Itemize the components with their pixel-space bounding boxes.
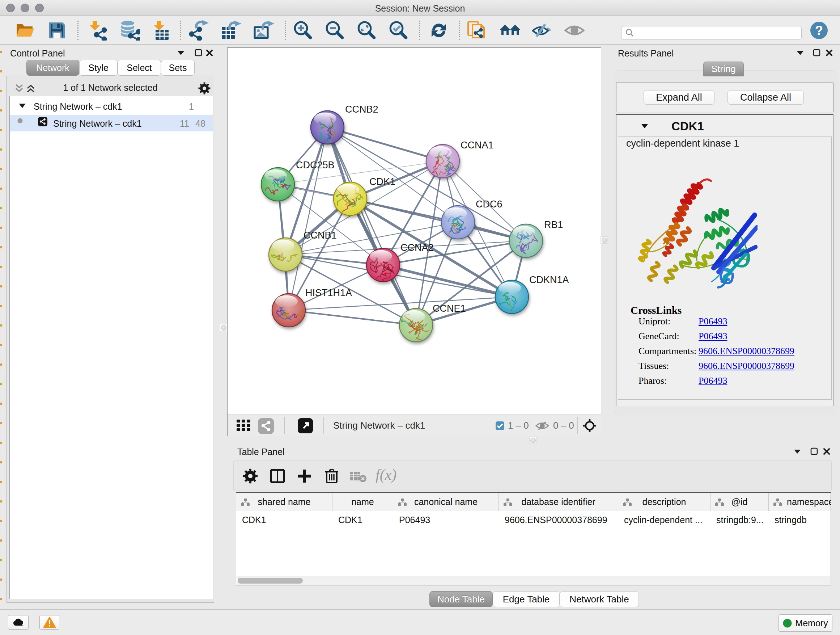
zoom-selected-button[interactable] — [387, 16, 409, 44]
selected-checkbox-icon[interactable] — [496, 421, 504, 430]
help-button[interactable]: ? — [809, 16, 829, 44]
control-panel-close-icon[interactable] — [205, 49, 213, 57]
refresh-button[interactable] — [428, 16, 450, 44]
network-row-selected[interactable]: String Network – cdk1 11 48 — [10, 115, 213, 131]
search-box[interactable] — [621, 26, 802, 40]
table-cell[interactable]: cyclin-dependent ... — [624, 515, 710, 525]
table-cell[interactable]: 9606.ENSP00000378699 — [505, 515, 617, 525]
warning-status-button[interactable] — [39, 615, 59, 630]
eye-icon — [564, 22, 585, 38]
control-panel-menu-icon[interactable] — [177, 50, 185, 55]
table-horizontal-scrollbar[interactable] — [237, 576, 830, 585]
control-tab-sets[interactable]: Sets — [161, 60, 195, 76]
import-database-button[interactable] — [118, 16, 141, 44]
table-settings-gear-icon[interactable] — [242, 468, 258, 484]
table-panel-float-icon[interactable] — [810, 448, 818, 455]
network-node-count: 11 — [180, 119, 189, 129]
fit-content-crosshair-icon[interactable] — [583, 418, 597, 433]
copy-share-button[interactable] — [466, 16, 488, 44]
column-header-database-identifier[interactable]: database identifier — [499, 493, 618, 511]
control-panel-network-tab-content: 1 of 1 Network selected String Network –… — [6, 76, 214, 603]
column-header--id[interactable]: @id — [711, 493, 769, 511]
results-panel-float-icon[interactable] — [813, 49, 821, 57]
export-table-button[interactable] — [220, 16, 242, 44]
table-panel-menu-icon[interactable] — [793, 449, 801, 454]
table-tab-node-table[interactable]: Node Table — [429, 591, 493, 607]
memory-button[interactable]: Memory — [778, 614, 832, 632]
table-cell[interactable]: P06493 — [399, 515, 498, 525]
column-header-label: @id — [711, 497, 768, 507]
table-cell[interactable]: stringdb — [775, 515, 831, 525]
hide-selected-button[interactable] — [531, 16, 553, 44]
add-column-icon[interactable] — [296, 468, 312, 484]
zoom-fit-button[interactable] — [355, 16, 377, 44]
control-tab-select[interactable]: Select — [118, 60, 161, 76]
svg-text:HIST1H1A: HIST1H1A — [305, 287, 352, 298]
svg-text:CCNA2: CCNA2 — [401, 242, 434, 253]
import-table-icon — [149, 20, 169, 41]
string-home-button[interactable] — [499, 16, 521, 44]
collapse-all-button[interactable]: Collapse All — [728, 90, 804, 105]
column-header-namespace[interactable]: namespace — [769, 493, 831, 511]
open-session-button[interactable] — [14, 16, 36, 44]
import-network-button[interactable] — [87, 16, 109, 44]
table-tab-edge-table[interactable]: Edge Table — [493, 591, 560, 607]
table-tab-network-table[interactable]: Network Table — [560, 591, 639, 607]
crosslink-label: Pharos: — [638, 375, 667, 386]
toolbar-separator — [180, 21, 181, 40]
network-view[interactable]: CCNB2CCNA1CDC25BCDK1CDC6RB1CCNB1CCNA2CDK… — [227, 48, 601, 436]
main-toolbar: ? — [0, 16, 840, 44]
results-panel-close-icon[interactable] — [825, 49, 833, 57]
cloud-status-button[interactable] — [8, 615, 28, 630]
table-panel-close-icon[interactable] — [823, 448, 831, 455]
import-network-icon — [88, 20, 108, 41]
table-cell[interactable]: CDK1 — [242, 515, 332, 525]
control-panel-float-icon[interactable] — [195, 49, 202, 57]
bottom-splitter-knob[interactable] — [529, 437, 537, 444]
zoom-out-button[interactable] — [324, 16, 345, 44]
crosslink-link[interactable]: P06493 — [699, 375, 727, 386]
import-table-button[interactable] — [148, 16, 170, 44]
entry-expander-icon[interactable] — [641, 123, 649, 129]
search-icon — [625, 28, 635, 38]
svg-text:?: ? — [815, 23, 823, 38]
crosslink-link[interactable]: P06493 — [699, 331, 727, 342]
show-all-button[interactable] — [564, 16, 585, 44]
birdseye-grid-icon[interactable] — [235, 417, 252, 434]
delete-column-trash-icon[interactable] — [324, 467, 340, 484]
open-in-window-icon[interactable] — [298, 418, 313, 433]
column-header-name[interactable]: name — [332, 493, 393, 511]
network-options-gear-icon[interactable] — [198, 82, 211, 95]
hidden-count: 0 – 0 — [553, 420, 574, 431]
svg-text:CDK1: CDK1 — [369, 176, 395, 187]
results-panel-menu-icon[interactable] — [796, 50, 804, 55]
crosslink-link[interactable]: 9606.ENSP00000378699 — [699, 346, 794, 356]
network-collection-row[interactable]: String Network – cdk1 1 — [10, 99, 213, 115]
crosslink-link[interactable]: P06493 — [699, 316, 727, 327]
search-input[interactable] — [635, 27, 801, 38]
expand-all-button[interactable]: Expand All — [644, 90, 714, 105]
control-tab-network[interactable]: Network — [27, 60, 79, 76]
left-splitter-knob[interactable] — [220, 324, 227, 331]
column-header-shared-name[interactable]: shared name — [236, 493, 332, 511]
table-cell[interactable]: stringdb:9... — [716, 515, 768, 525]
results-entry-box: CDK1 cyclin-dependent kinase 1 CrossLink… — [616, 114, 834, 406]
export-image-button[interactable] — [253, 16, 275, 44]
column-header-description[interactable]: description — [618, 493, 711, 511]
table-cell[interactable]: CDK1 — [338, 515, 393, 525]
network-graph[interactable]: CCNB2CCNA1CDC25BCDK1CDC6RB1CCNB1CCNA2CDK… — [227, 48, 601, 415]
scrollbar-thumb[interactable] — [238, 578, 303, 584]
export-network-button[interactable] — [188, 16, 210, 44]
zoom-selected-icon — [388, 20, 408, 41]
split-columns-icon[interactable] — [270, 468, 286, 484]
zoom-in-button[interactable] — [292, 16, 313, 44]
control-tab-style[interactable]: Style — [79, 60, 118, 76]
share-network-icon[interactable] — [258, 418, 274, 434]
save-session-button[interactable] — [46, 16, 68, 44]
table-panel-title: Table Panel — [237, 447, 285, 457]
crosslink-link[interactable]: 9606.ENSP00000378699 — [699, 361, 794, 371]
tree-expander-icon[interactable] — [19, 103, 26, 109]
results-tab-string[interactable]: String — [703, 62, 744, 76]
column-header-canonical-name[interactable]: canonical name — [393, 493, 499, 511]
houses-icon — [499, 22, 521, 39]
